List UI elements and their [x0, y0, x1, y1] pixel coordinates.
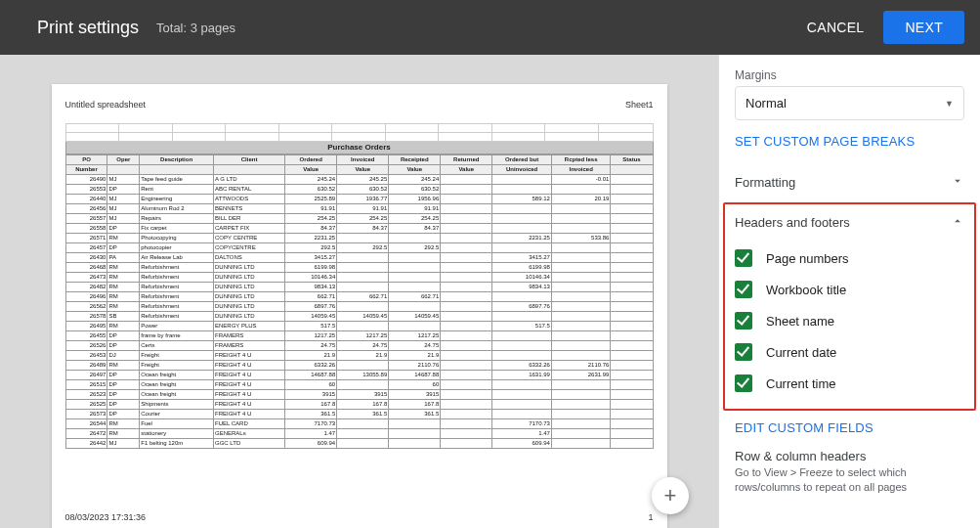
table-row: 26430PAAir Release LabDALTONS3415.273415… — [65, 253, 653, 263]
table-row: 26490MJTape feed guideA G LTD245.24245.2… — [65, 175, 653, 185]
margins-label: Margins — [735, 68, 964, 82]
checkbox-current-time[interactable]: Current time — [735, 368, 964, 399]
chevron-up-icon — [951, 214, 964, 231]
checkbox-workbook-title[interactable]: Workbook title — [735, 274, 964, 305]
checkbox-current-date[interactable]: Current date — [735, 336, 964, 368]
table-row: 26515DPOcean freightFREIGHT 4 U6060 — [65, 380, 653, 390]
page-subtitle: Total: 3 pages — [156, 21, 235, 35]
table-row: 26472RMstationeryGENERALs1.471.47 — [65, 429, 653, 439]
check-icon — [735, 374, 752, 392]
table-row: 26457DPphotocopierCOPYCENTRE292.5292.529… — [65, 243, 653, 253]
print-preview: Untitled spreadsheet Sheet1 Purchase Ord… — [0, 55, 718, 528]
spreadsheet-title: Purchase Orders — [65, 142, 653, 154]
table-row: 26489RMFreightFREIGHT 4 U6332.262110.766… — [65, 361, 653, 371]
settings-panel: Margins Normal ▼ SET CUSTOM PAGE BREAKS … — [718, 55, 980, 528]
margins-value: Normal — [746, 96, 787, 110]
table-row: 26562RMRefurbishmentDUNNING LTD6897.7668… — [65, 302, 653, 312]
headers-footers-label: Headers and footers — [735, 215, 850, 230]
margins-select[interactable]: Normal ▼ — [735, 86, 964, 120]
table-row: 26523DPOcean freightFREIGHT 4 U391539153… — [65, 390, 653, 400]
footer-page-no: 1 — [648, 512, 653, 522]
check-icon — [735, 249, 752, 267]
table-row: 26553DPRentABC RENTAL630.52630.52630.52 — [65, 185, 653, 195]
plus-icon: + — [664, 483, 677, 508]
spreadsheet-content: Purchase Orders POOperDescriptionClientO… — [65, 123, 654, 449]
set-custom-page-breaks[interactable]: SET CUSTOM PAGE BREAKS — [735, 134, 964, 149]
table-row: 26571RMPhotocopyingCOPY CENTRE2231.25223… — [65, 234, 653, 243]
next-button[interactable]: NEXT — [883, 11, 964, 44]
table-row: 26495RMPowerENERGY PLUS517.5517.5 — [65, 322, 653, 331]
table-row: 26497DPOcean freightFREIGHT 4 U14687.881… — [65, 371, 653, 380]
table-row: 26578SBRefurbishmentDUNNING LTD14059.451… — [65, 312, 653, 322]
table-row: 26456MJAluminum Rod 2BENNETS91.9191.9191… — [65, 204, 653, 214]
checkbox-sheet-name[interactable]: Sheet name — [735, 305, 964, 336]
formatting-label: Formatting — [735, 175, 795, 190]
check-icon — [735, 343, 752, 361]
table-row: 26557MJRepairsBILL DER254.25254.25254.25 — [65, 214, 653, 224]
add-page-break-button[interactable]: + — [652, 477, 689, 514]
workbook-title: Untitled spreadsheet — [65, 100, 147, 110]
check-icon — [735, 312, 752, 330]
table-row: 26455DPframe by frameFRAMERS1217.251217.… — [65, 331, 653, 341]
chevron-down-icon — [951, 174, 964, 191]
edit-custom-fields[interactable]: EDIT CUSTOM FIELDS — [735, 420, 964, 435]
table-row: 26442MJF1 belting 120mGGC LTD609.94609.9… — [65, 439, 653, 449]
cancel-button[interactable]: CANCEL — [793, 12, 878, 43]
headers-footers-accordion[interactable]: Headers and footers — [735, 210, 964, 242]
table-row: 26468RMRefurbishmentDUNNING LTD6199.9861… — [65, 263, 653, 273]
formatting-accordion[interactable]: Formatting — [735, 162, 964, 202]
table-row: 26558DPFix carpetCARPET FIX84.3784.3784.… — [65, 224, 653, 234]
table-row: 26473RMRefurbishmentDUNNING LTD10146.341… — [65, 273, 653, 283]
table-row: 26573DPCourierFREIGHT 4 U361.5361.5361.5 — [65, 410, 653, 419]
check-icon — [735, 281, 752, 298]
table-row: 26482RMRefurbishmentDUNNING LTD9834.1398… — [65, 283, 653, 292]
page-preview: Untitled spreadsheet Sheet1 Purchase Ord… — [52, 84, 667, 528]
row-col-headers-hint: Go to View > Freeze to select which rows… — [735, 465, 964, 496]
sheet-name: Sheet1 — [625, 100, 654, 110]
table-row: 26525DPShipmentsFREIGHT 4 U167.8167.8167… — [65, 400, 653, 410]
row-col-headers-label: Row & column headers — [735, 449, 964, 463]
table-row: 26496RMRefurbishmentDUNNING LTD662.71662… — [65, 292, 653, 302]
table-row: 26440MJEngineeringATTWOODS2525.891936.77… — [65, 195, 653, 204]
footer-datetime: 08/03/2023 17:31:36 — [65, 512, 147, 522]
table-row: 26526DPCertsFRAMERS24.7524.7524.75 — [65, 341, 653, 351]
checkbox-page-numbers[interactable]: Page numbers — [735, 242, 964, 274]
headers-footers-section: Headers and footers Page numbers Workboo… — [723, 202, 976, 411]
chevron-down-icon: ▼ — [945, 99, 954, 109]
table-row: 26453DJFreightFREIGHT 4 U21.921.921.9 — [65, 351, 653, 361]
table-row: 26544RMFuelFUEL CARD7170.737170.73 — [65, 419, 653, 429]
topbar: Print settings Total: 3 pages CANCEL NEX… — [0, 0, 980, 55]
page-title: Print settings — [37, 18, 139, 38]
